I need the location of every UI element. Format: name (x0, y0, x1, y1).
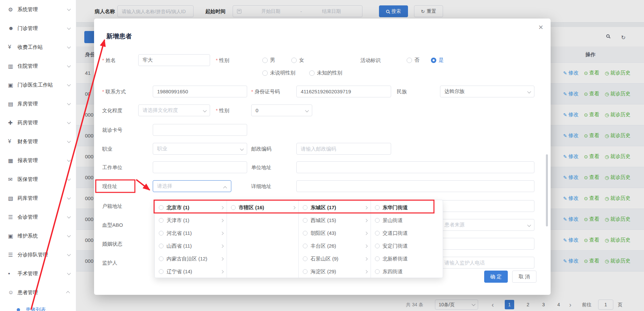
work-unit-input[interactable] (153, 161, 247, 173)
chevron-right-icon (220, 206, 224, 209)
chevron-down-icon (67, 26, 71, 30)
gear-icon: ⚙ (8, 6, 18, 13)
gender-code-select[interactable]: 0 (251, 104, 312, 116)
cascader-option[interactable]: 辽宁省 (14) (155, 265, 227, 278)
cascader-option[interactable]: 丰台区 (26) (299, 240, 371, 252)
radio-icon[interactable] (303, 256, 308, 261)
sidebar-item-drugstore[interactable]: ▧药库管理 (0, 189, 76, 208)
radio-icon[interactable] (303, 231, 308, 236)
radio-icon[interactable] (159, 244, 164, 248)
cascader-option[interactable]: 内蒙古自治区 (12) (155, 252, 227, 265)
sidebar-item-charging[interactable]: ¥收费工作站 (0, 38, 76, 57)
sidebar-item-warehouse[interactable]: ▤库房管理 (0, 94, 76, 113)
current-address-cascader-select[interactable]: 请选择 (153, 180, 231, 192)
cascader-option[interactable]: 北新桥街道 (371, 252, 443, 265)
cascader-option[interactable]: 东华门街道 (371, 201, 443, 214)
radio-icon[interactable] (231, 205, 236, 210)
radio-icon[interactable] (303, 218, 308, 223)
detail-address-input[interactable] (296, 180, 534, 192)
sidebar-item-report[interactable]: ▦报表管理 (0, 151, 76, 170)
education-select[interactable]: 请选择文化程度 (138, 104, 210, 116)
chevron-right-icon (364, 206, 368, 209)
sidebar-item-surgery[interactable]: ▪手术管理 (0, 264, 76, 283)
cascader-option[interactable]: 西城区 (15) (299, 214, 371, 227)
gender-radio-unknown[interactable]: 未知的性别 (309, 67, 342, 79)
cascader-option[interactable]: 东四街道 (371, 265, 443, 278)
sidebar-item-maintenance[interactable]: ▣维护系统 (0, 226, 76, 245)
cascader-province-column: 北京市 (1) 天津市 (1) 河北省 (11) 山西省 (11) 内蒙古自治区… (155, 200, 227, 278)
sidebar-item-finance[interactable]: ¥财务管理 (0, 132, 76, 151)
modal-scrollbar[interactable] (546, 154, 548, 226)
sidebar-item-label: 库房管理 (18, 101, 67, 107)
cascader-option[interactable]: 安定门街道 (371, 240, 443, 252)
chevron-down-icon (67, 234, 71, 237)
radio-icon[interactable] (159, 256, 164, 261)
visit-card-input[interactable] (153, 124, 247, 136)
radio-icon[interactable] (303, 269, 308, 274)
gender-radio-female[interactable]: 女 (291, 54, 304, 66)
cancel-button[interactable]: 取 消 (512, 271, 536, 283)
cascader-option[interactable]: 天津市 (1) (155, 214, 227, 227)
cascader-option[interactable]: 北京市 (1) (155, 201, 227, 214)
radio-icon[interactable] (375, 244, 380, 248)
chevron-down-icon (527, 223, 531, 227)
sidebar-item-system[interactable]: ⚙系统管理 (0, 0, 76, 19)
contact-input[interactable] (153, 86, 247, 97)
sidebar-item-label: 维护系统 (18, 233, 67, 239)
sidebar-subitem-patient-list[interactable]: ☻患者列表 (0, 302, 76, 311)
postcode-input[interactable] (296, 143, 391, 155)
cascader-option[interactable]: 市辖区 (16) (227, 201, 299, 214)
name-input[interactable] (138, 54, 210, 66)
radio-icon[interactable] (375, 218, 380, 223)
chevron-up-icon (223, 186, 227, 190)
cascader-option[interactable]: 山西省 (11) (155, 240, 227, 252)
radio-icon[interactable] (375, 205, 380, 210)
sidebar-item-insurance[interactable]: ✉医保管理 (0, 170, 76, 189)
gender-radio-unstated[interactable]: 未说明性别 (262, 67, 295, 79)
cascader-option[interactable]: 东城区 (17) (299, 201, 371, 214)
cascader-option-label: 天津市 (1) (167, 217, 218, 224)
sidebar-item-inpatient[interactable]: ▥住院管理 (0, 57, 76, 75)
radio-icon[interactable] (159, 231, 164, 236)
active-flag-radio-yes[interactable]: 是 (431, 54, 444, 66)
radio-icon[interactable] (159, 218, 164, 223)
gender-radio-male[interactable]: 男 (262, 54, 275, 66)
sidebar-item-doctor-station[interactable]: ▣门诊医生工作站 (0, 75, 76, 94)
patient-source-select[interactable]: 患者来源 (440, 219, 534, 231)
cascader-option[interactable]: 海淀区 (29) (299, 265, 371, 278)
cascader-option-label: 东四街道 (383, 269, 440, 275)
id-number-input[interactable] (296, 86, 391, 97)
occupation-select[interactable]: 职业 (153, 143, 247, 155)
active-flag-radio-no[interactable]: 否 (407, 54, 419, 66)
confirm-button[interactable]: 确 定 (484, 271, 508, 283)
sidebar-item-triage-queue[interactable]: ☰分诊排队管理 (0, 245, 76, 264)
cascader-option[interactable]: 朝阳区 (43) (299, 227, 371, 240)
sidebar-item-label: 手术管理 (18, 271, 67, 277)
sidebar-item-outpatient[interactable]: ☻门诊管理 (0, 19, 76, 38)
cascader-option[interactable]: 交道口街道 (371, 227, 443, 240)
cascader-option[interactable]: 河北省 (11) (155, 227, 227, 240)
sidebar-item-patient[interactable]: ☺患者管理 (0, 283, 76, 302)
radio-icon[interactable] (375, 269, 380, 274)
chevron-down-icon (67, 139, 71, 143)
radio-label: 否 (414, 57, 419, 63)
cascader-option-label: 市辖区 (16) (239, 205, 290, 211)
sidebar-item-consultation[interactable]: ☰会诊管理 (0, 208, 76, 226)
radio-icon[interactable] (303, 205, 308, 210)
close-icon[interactable]: × (538, 23, 543, 32)
sidebar-item-label: 住院管理 (18, 63, 67, 69)
cascader-option[interactable]: 石景山区 (9) (299, 252, 371, 265)
grid-icon: ▧ (8, 195, 18, 201)
radio-icon[interactable] (303, 244, 308, 248)
report-icon: ▦ (8, 157, 18, 164)
chevron-right-icon (220, 244, 224, 248)
ethnicity-select[interactable]: 达斡尔族 (440, 86, 534, 97)
cascader-option[interactable]: 景山街道 (371, 214, 443, 227)
unit-address-input[interactable] (296, 161, 534, 173)
sidebar-item-pharmacy[interactable]: ✚药房管理 (0, 113, 76, 132)
radio-icon[interactable] (159, 269, 164, 274)
radio-icon[interactable] (375, 256, 380, 261)
radio-icon[interactable] (375, 231, 380, 236)
guardian-phone-input[interactable] (440, 257, 534, 269)
radio-icon[interactable] (159, 205, 164, 210)
